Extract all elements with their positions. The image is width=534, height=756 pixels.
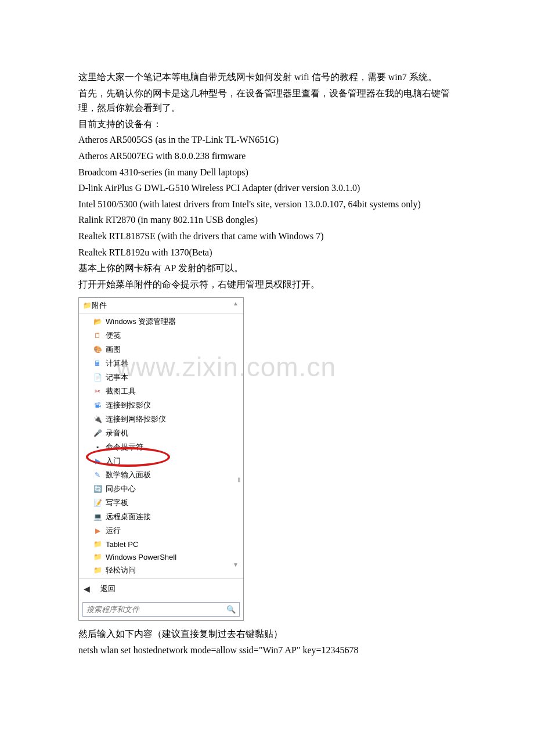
remotedesktop-icon: 💻 — [93, 512, 102, 521]
menu-item-gettingstarted[interactable]: ▶ 入门 — [91, 454, 243, 468]
scroll-indicator-icon: ▮ — [237, 476, 241, 483]
explorer-icon: 📂 — [93, 317, 102, 326]
menu-item-label: Windows 资源管理器 — [106, 316, 176, 327]
menu-item-calculator[interactable]: 🖩 计算器 — [91, 357, 243, 370]
menu-item-label: 画图 — [106, 344, 121, 355]
startmenu-screenshot: 📁 附件 ▲ 📂 Windows 资源管理器 🗒 便笺 🎨 画图 🖩 计算器 — [78, 297, 244, 621]
notepad-icon: 📄 — [93, 373, 102, 382]
menu-item-remotedesktop[interactable]: 💻 远程桌面连接 — [91, 510, 243, 524]
folder-label: 附件 — [92, 300, 107, 311]
menu-item-label: 截图工具 — [106, 386, 136, 397]
menu-item-label: 录音机 — [106, 428, 128, 438]
menu-item-paint[interactable]: 🎨 画图 — [91, 343, 243, 357]
menu-item-label: Windows PowerShell — [106, 553, 176, 561]
menu-item-label: 写字板 — [106, 498, 128, 508]
menu-item-cmd[interactable]: ▪ 命令提示符 — [91, 440, 243, 454]
code-line: netsh wlan set hostednetwork mode=allow … — [78, 643, 456, 658]
run-icon: ▶ — [93, 526, 102, 535]
device-line: D-link AirPlus G DWL-G510 Wireless PCI A… — [78, 181, 456, 196]
paragraph: 目前支持的设备有： — [78, 117, 456, 132]
menu-item-tabletpc[interactable]: 📁 Tablet PC — [91, 538, 243, 550]
device-line: Intel 5100/5300 (with latest drivers fro… — [78, 197, 456, 212]
menu-item-easeofaccess[interactable]: 📁 轻松访问 — [91, 563, 243, 577]
menu-item-projector[interactable]: 📽 连接到投影仪 — [91, 398, 243, 412]
device-line: Atheros AR5005GS (as in the TP-Link TL-W… — [78, 132, 456, 147]
menu-item-label: 记事本 — [106, 372, 128, 383]
back-button[interactable]: ◀ 返回 — [79, 578, 243, 599]
menu-item-label: 数学输入面板 — [106, 470, 151, 480]
stickynotes-icon: 🗒 — [93, 331, 102, 340]
menu-item-label: 轻松访问 — [106, 565, 136, 575]
menu-item-stickynotes[interactable]: 🗒 便笺 — [91, 329, 243, 343]
device-line: Realtek RTL8192u with 1370(Beta) — [78, 245, 456, 260]
menu-item-powershell[interactable]: 📁 Windows PowerShell — [91, 550, 243, 563]
calculator-icon: 🖩 — [93, 359, 102, 368]
device-line: Realtek RTL8187SE (with the drivers that… — [78, 229, 456, 244]
search-input[interactable] — [86, 605, 226, 614]
device-line: Atheros AR5007EG with 8.0.0.238 firmware — [78, 149, 456, 164]
menu-item-label: 远程桌面连接 — [106, 512, 151, 522]
paragraph: 打开开始菜单附件的命令提示符，右键用管理员权限打开。 — [78, 277, 456, 292]
menu-item-wordpad[interactable]: 📝 写字板 — [91, 496, 243, 510]
device-line: Broadcom 4310-series (in many Dell lapto… — [78, 165, 456, 180]
networkprojector-icon: 🔌 — [93, 415, 102, 424]
menu-item-label: Tablet PC — [106, 540, 138, 549]
back-arrow-icon: ◀ — [84, 584, 90, 593]
menu-item-label: 同步中心 — [106, 484, 136, 494]
menu-item-recorder[interactable]: 🎤 录音机 — [91, 426, 243, 440]
sync-icon: 🔄 — [93, 484, 102, 494]
menu-item-label: 连接到投影仪 — [106, 400, 151, 411]
menu-item-label: 入门 — [106, 456, 121, 466]
back-label: 返回 — [100, 584, 116, 594]
paragraph: 这里给大家一个笔记本等电脑自带无线网卡如何发射 wifi 信号的教程，需要 wi… — [78, 70, 456, 85]
folder-icon: 📁 — [93, 552, 102, 561]
menu-list: 📂 Windows 资源管理器 🗒 便笺 🎨 画图 🖩 计算器 📄 记事本 ✂ — [79, 314, 243, 578]
menu-item-label: 便笺 — [106, 330, 121, 341]
accessories-folder-header[interactable]: 📁 附件 ▲ — [79, 298, 243, 314]
mathinput-icon: ✎ — [93, 470, 102, 480]
folder-icon: 📁 — [82, 301, 92, 310]
device-line: Ralink RT2870 (in many 802.11n USB dongl… — [78, 213, 456, 228]
chevron-up-icon: ▲ — [233, 300, 239, 307]
menu-item-explorer[interactable]: 📂 Windows 资源管理器 — [91, 315, 243, 329]
paint-icon: 🎨 — [93, 345, 102, 354]
menu-item-run[interactable]: ▶ 运行 — [91, 524, 243, 538]
search-icon: 🔍 — [226, 605, 236, 614]
menu-item-synccenter[interactable]: 🔄 同步中心 — [91, 482, 243, 496]
menu-item-networkprojector[interactable]: 🔌 连接到网络投影仪 — [91, 412, 243, 426]
menu-item-snipping[interactable]: ✂ 截图工具 — [91, 384, 243, 398]
menu-item-notepad[interactable]: 📄 记事本 — [91, 370, 243, 384]
gettingstarted-icon: ▶ — [93, 456, 102, 466]
chevron-down-icon: ▼ — [233, 561, 239, 568]
menu-item-label: 连接到网络投影仪 — [106, 414, 166, 424]
microphone-icon: 🎤 — [93, 429, 102, 438]
folder-icon: 📁 — [93, 566, 102, 575]
folder-icon: 📁 — [93, 539, 102, 549]
wordpad-icon: 📝 — [93, 498, 102, 507]
menu-item-label: 计算器 — [106, 358, 128, 369]
menu-item-label: 运行 — [106, 525, 121, 536]
scissors-icon: ✂ — [93, 387, 102, 396]
cmd-icon: ▪ — [93, 442, 102, 452]
paragraph: 首先，先确认你的网卡是这几种型号，在设备管理器里查看，设备管理器在我的电脑右键管… — [78, 86, 456, 116]
menu-item-mathinput[interactable]: ✎ 数学输入面板 — [91, 468, 243, 482]
paragraph: 基本上你的网卡标有 AP 发射的都可以。 — [78, 261, 456, 276]
menu-item-label: 命令提示符 — [106, 442, 143, 452]
paragraph: 然后输入如下内容（建议直接复制过去右键黏贴） — [78, 627, 456, 642]
search-box[interactable]: 🔍 — [82, 602, 240, 617]
projector-icon: 📽 — [93, 401, 102, 410]
